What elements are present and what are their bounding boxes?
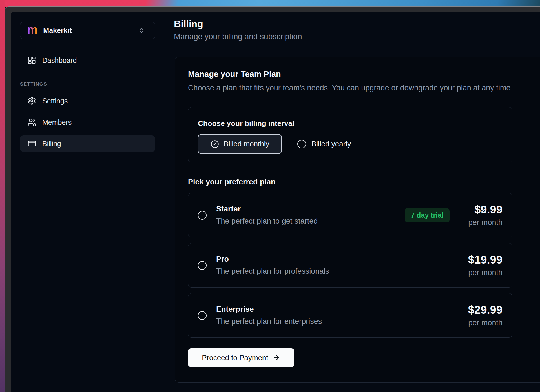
sidebar-item-label: Members: [42, 118, 72, 126]
card-title: Manage your Team Plan: [188, 70, 540, 79]
billing-interval-box: Choose your billing interval Billed mont…: [188, 107, 512, 162]
sidebar-item-settings[interactable]: Settings: [20, 93, 155, 109]
plan-name: Enterprise: [216, 305, 322, 314]
credit-card-icon: [28, 139, 36, 148]
plan-list: Starter The perfect plan to get started …: [188, 193, 540, 338]
app-window: m Makerkit Dashboard SETTINGS Settings: [5, 6, 540, 392]
arrow-right-icon: [273, 354, 280, 362]
plan-price-block: $29.99 per month: [464, 304, 503, 327]
sidebar: m Makerkit Dashboard SETTINGS Settings: [11, 12, 165, 392]
desktop-wallpaper-left: [0, 0, 5, 392]
radio-unselected-icon[interactable]: [198, 211, 207, 220]
billed-monthly-option[interactable]: Billed monthly: [198, 134, 282, 154]
plan-price-block: $9.99 per month: [464, 203, 503, 227]
app-root: m Makerkit Dashboard SETTINGS Settings: [11, 12, 540, 392]
billed-monthly-label: Billed monthly: [224, 140, 269, 148]
sidebar-item-billing[interactable]: Billing: [20, 135, 155, 152]
plan-description: The perfect plan for enterprises: [216, 317, 322, 326]
team-plan-card: Manage your Team Plan Choose a plan that…: [175, 57, 540, 383]
plan-description: The perfect plan for professionals: [216, 267, 329, 276]
radio-unselected-icon: [297, 140, 306, 148]
workspace-name: Makerkit: [43, 26, 72, 35]
plan-row-pro[interactable]: Pro The perfect plan for professionals $…: [188, 243, 512, 288]
sidebar-nav: Dashboard SETTINGS Settings Members B: [20, 52, 155, 152]
sidebar-section-settings: SETTINGS: [20, 81, 155, 87]
plan-row-starter[interactable]: Starter The perfect plan to get started …: [188, 193, 512, 237]
makerkit-logo: m: [27, 24, 37, 35]
billing-interval-label: Choose your billing interval: [198, 119, 512, 128]
page-title: Billing: [174, 18, 540, 29]
plan-period: per month: [464, 318, 503, 327]
plan-price: $29.99: [464, 304, 503, 316]
sidebar-item-members[interactable]: Members: [20, 114, 155, 130]
plan-row-enterprise[interactable]: Enterprise The perfect plan for enterpri…: [188, 293, 512, 338]
sidebar-item-label: Settings: [42, 97, 68, 105]
plan-picker-label: Pick your preferred plan: [188, 178, 540, 186]
main-content: Billing Manage your billing and subscrip…: [165, 12, 540, 392]
proceed-to-payment-button[interactable]: Proceed to Payment: [188, 348, 294, 367]
users-icon: [28, 118, 36, 126]
page-header: Billing Manage your billing and subscrip…: [165, 12, 540, 41]
billed-yearly-label: Billed yearly: [311, 140, 351, 148]
radio-unselected-icon[interactable]: [198, 311, 207, 320]
plan-info: Starter The perfect plan to get started: [216, 205, 318, 226]
dashboard-grid-icon: [28, 56, 36, 64]
sidebar-item-label: Dashboard: [42, 56, 77, 64]
sidebar-item-dashboard[interactable]: Dashboard: [20, 52, 155, 68]
sidebar-item-label: Billing: [42, 140, 61, 148]
header-divider: [165, 47, 540, 47]
workspace-selector[interactable]: m Makerkit: [20, 22, 155, 39]
chevrons-up-down-icon: [138, 27, 145, 34]
desktop-wallpaper-top: [0, 0, 540, 7]
plan-period: per month: [464, 218, 503, 227]
billed-yearly-option[interactable]: Billed yearly: [297, 140, 351, 148]
proceed-to-payment-label: Proceed to Payment: [202, 353, 268, 362]
plan-info: Pro The perfect plan for professionals: [216, 255, 329, 276]
trial-badge: 7 day trial: [405, 208, 450, 222]
card-subtitle: Choose a plan that fits your team's need…: [188, 84, 540, 92]
plan-name: Pro: [216, 255, 329, 264]
page-subtitle: Manage your billing and subscription: [174, 32, 540, 41]
plan-name: Starter: [216, 205, 318, 213]
plan-period: per month: [464, 268, 503, 277]
billing-interval-options: Billed monthly Billed yearly: [198, 134, 512, 154]
plan-price-block: $19.99 per month: [464, 253, 503, 277]
plan-description: The perfect plan to get started: [216, 217, 318, 226]
radio-unselected-icon[interactable]: [198, 261, 207, 270]
plan-info: Enterprise The perfect plan for enterpri…: [216, 305, 322, 326]
plan-price: $9.99: [464, 203, 503, 216]
plan-price: $19.99: [464, 253, 503, 266]
gear-icon: [28, 97, 36, 105]
circle-check-icon: [211, 140, 219, 148]
